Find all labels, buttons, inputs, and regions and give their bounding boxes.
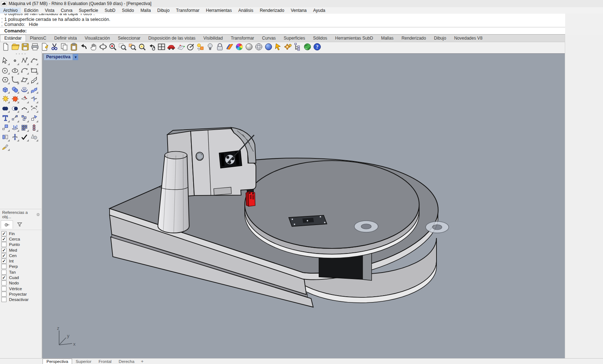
osnap-option-desactivar[interactable]: Desactivar: [1, 297, 41, 302]
model-cone[interactable]: [158, 152, 189, 233]
add-view-tab-button[interactable]: +: [138, 359, 147, 364]
tool-select-icon[interactable]: [1, 56, 10, 66]
toolbar-tab-seleccionar[interactable]: Seleccionar: [114, 35, 145, 42]
command-prompt[interactable]: Comando:: [4, 28, 27, 33]
toolbar-tab-renderizado[interactable]: Renderizado: [398, 35, 430, 42]
tool-boolean-union-icon[interactable]: [1, 104, 10, 114]
tool-point-icon[interactable]: [10, 56, 20, 66]
lock-icon[interactable]: [216, 42, 224, 51]
zoom-selected-icon[interactable]: [128, 42, 137, 51]
osnap-option-perp[interactable]: Perp: [1, 264, 41, 269]
checkbox-cerca[interactable]: ✓: [1, 237, 6, 242]
tool-scale-icon[interactable]: [1, 123, 10, 133]
earth-icon[interactable]: [303, 42, 312, 51]
menu-superficie[interactable]: Superficie: [76, 8, 101, 13]
model-caster-wheel[interactable]: [426, 221, 449, 233]
osnap-option-med[interactable]: ✓Med: [1, 247, 41, 253]
checkbox-proyectar[interactable]: [1, 292, 6, 297]
lamp-icon[interactable]: [206, 42, 214, 51]
toolbar-tab-definir-vista[interactable]: Definir vista: [50, 35, 81, 42]
checkbox-nodo[interactable]: [1, 280, 6, 286]
checkbox-int[interactable]: ✓: [1, 259, 6, 264]
osnap-option-int[interactable]: ✓Int: [1, 258, 41, 264]
toolbar-tab-mallas[interactable]: Mallas: [377, 35, 398, 42]
tool-handle-curve-icon[interactable]: [30, 104, 39, 114]
tool-array-rect-icon[interactable]: [20, 123, 30, 133]
save-icon[interactable]: [21, 42, 30, 51]
help-icon[interactable]: ?: [313, 42, 322, 51]
checkbox-desactivar[interactable]: [1, 297, 6, 302]
tool-rotate-object-icon[interactable]: [30, 113, 39, 123]
color-wheel-icon[interactable]: [235, 42, 244, 51]
pan-hand-icon[interactable]: [89, 42, 98, 51]
view-tab-perspectiva[interactable]: Perspectiva: [43, 359, 72, 364]
osnap-tab[interactable]: [1, 220, 13, 229]
menu-analisis[interactable]: Análisis: [235, 8, 256, 13]
tool-solid-misc-icon[interactable]: [30, 132, 39, 142]
export-doc-icon[interactable]: [40, 42, 49, 51]
open-folder-icon[interactable]: [11, 42, 20, 51]
tool-fillet-curve-icon[interactable]: [10, 75, 20, 85]
menu-ventana[interactable]: Ventana: [288, 8, 310, 13]
gears-icon[interactable]: [284, 42, 292, 51]
zoom-plus-icon[interactable]: [108, 42, 117, 51]
filter-tab[interactable]: [14, 220, 25, 228]
toolbar-tab-novedades-v8[interactable]: Novedades V8: [450, 35, 487, 42]
rotate-view-icon[interactable]: [99, 42, 107, 51]
tool-mirror-icon[interactable]: [1, 132, 10, 142]
display-wedge-icon[interactable]: [225, 42, 234, 51]
tool-trim-icon[interactable]: [20, 94, 30, 104]
sphere-blue-icon[interactable]: [264, 42, 273, 51]
toolbar-tab-estandar[interactable]: Estándar: [0, 35, 26, 42]
checkbox-cuad[interactable]: ✓: [1, 275, 6, 280]
toolbar-tab-superficies[interactable]: Superficies: [280, 35, 309, 42]
osnap-option-tan[interactable]: Tan: [1, 269, 41, 275]
checkbox-tan[interactable]: [1, 270, 6, 275]
view-tab-derecha[interactable]: Derecha: [115, 359, 138, 364]
toolbar-tab-transformar[interactable]: Transformar: [227, 35, 258, 42]
osnap-option-proyectar[interactable]: Proyectar: [1, 291, 41, 297]
osnap-option-vertice[interactable]: Vértice: [1, 286, 41, 291]
tool-move-icon[interactable]: [10, 113, 20, 123]
view-tab-frontal[interactable]: Frontal: [95, 359, 115, 364]
toolbar-tab-solidos[interactable]: Sólidos: [309, 35, 331, 42]
tool-extrude-icon[interactable]: [10, 123, 20, 133]
tool-split-icon[interactable]: [30, 94, 39, 104]
model-red-part[interactable]: [246, 189, 255, 206]
copy-icon[interactable]: [60, 42, 68, 51]
command-grip[interactable]: [1, 16, 3, 35]
view-tab-superior[interactable]: Superior: [72, 359, 95, 364]
tool-boolean-difference-icon[interactable]: [10, 104, 20, 114]
tool-array-linear-icon[interactable]: [30, 123, 39, 133]
tool-surface-curve-icon[interactable]: [30, 75, 39, 85]
tool-check-select-icon[interactable]: [20, 132, 30, 142]
tool-surface-loft-icon[interactable]: [30, 85, 39, 95]
osnap-option-fin[interactable]: ✓Fin: [1, 231, 41, 236]
cursor-hint-icon[interactable]: [274, 42, 283, 51]
tool-edit-points-icon[interactable]: [20, 104, 30, 114]
checkbox-perp[interactable]: [1, 264, 6, 269]
tool-render-tools-icon[interactable]: [1, 142, 10, 152]
osnap-option-cuad[interactable]: ✓Cuad: [1, 275, 41, 280]
tool-polygon-icon[interactable]: [1, 75, 10, 85]
toolbar-tab-herramientas-subd[interactable]: Herramientas SubD: [331, 35, 377, 42]
menu-renderizado[interactable]: Renderizado: [257, 8, 288, 13]
cplane-grid-icon[interactable]: [177, 42, 185, 51]
zoom-window-icon[interactable]: [118, 42, 127, 51]
checkbox-punto[interactable]: [1, 242, 6, 247]
menu-herramientas[interactable]: Herramientas: [203, 8, 235, 13]
toolbar-tab-visualizacion[interactable]: Visualización: [81, 35, 114, 42]
zoom-extents-icon[interactable]: [138, 42, 146, 51]
sphere-wire-icon[interactable]: [254, 42, 263, 51]
toolbar-tab-visibilidad[interactable]: Visibilidad: [199, 35, 227, 42]
menu-malla[interactable]: Malla: [137, 8, 154, 13]
palette-grip[interactable]: [0, 53, 41, 54]
menu-ayuda[interactable]: Ayuda: [310, 8, 329, 13]
perspective-viewport[interactable]: Perspectiva ▼: [42, 53, 566, 359]
tool-rectangle-icon[interactable]: [30, 66, 39, 76]
tool-copy-object-icon[interactable]: [20, 113, 30, 123]
osnap-option-cen[interactable]: ✓Cen: [1, 253, 41, 258]
checkbox-med[interactable]: ✓: [1, 248, 6, 253]
tool-arc-icon[interactable]: [20, 66, 30, 76]
checkbox-vertice[interactable]: [1, 286, 6, 291]
